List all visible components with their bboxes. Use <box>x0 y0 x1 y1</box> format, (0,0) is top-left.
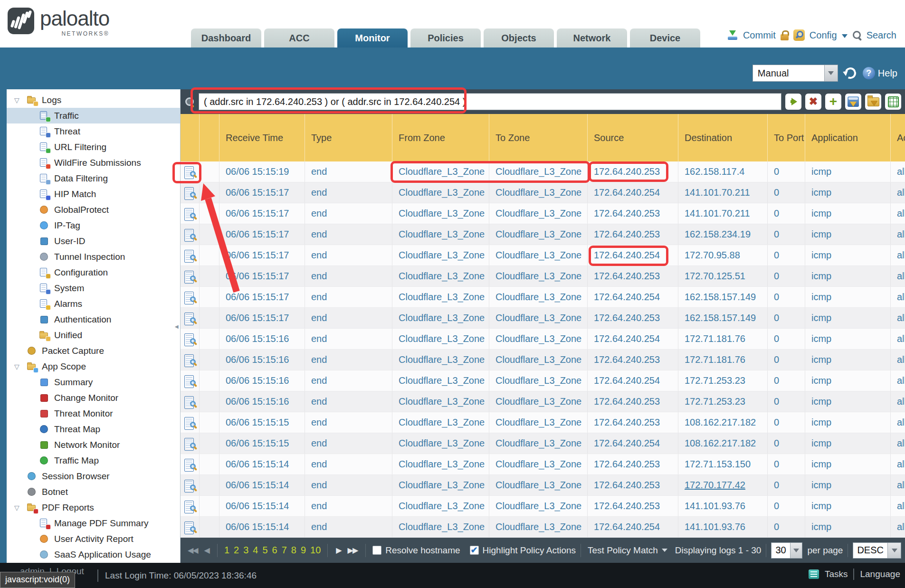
tab-policies[interactable]: Policies <box>410 28 481 47</box>
tab-device[interactable]: Device <box>630 28 700 47</box>
detail-cell[interactable] <box>181 350 200 370</box>
page-number-7[interactable]: 7 <box>282 545 287 556</box>
page-number-2[interactable]: 2 <box>234 545 239 556</box>
log-detail-icon[interactable] <box>184 208 196 220</box>
table-row[interactable]: 06/06 15:15:14endCloudflare_L3_ZoneCloud… <box>181 475 905 496</box>
tab-dashboard[interactable]: Dashboard <box>191 28 261 47</box>
page-number-9[interactable]: 9 <box>301 545 306 556</box>
detail-cell[interactable] <box>181 329 200 349</box>
tab-objects[interactable]: Objects <box>484 28 554 47</box>
table-row[interactable]: 06/06 15:15:17endCloudflare_L3_ZoneCloud… <box>181 203 905 224</box>
table-row[interactable]: 06/06 15:15:17endCloudflare_L3_ZoneCloud… <box>181 224 905 245</box>
sidebar-item-user-activity-report[interactable]: User Activity Report <box>7 531 180 547</box>
sidebar-item-traffic[interactable]: Traffic <box>7 108 180 123</box>
table-row[interactable]: 06/06 15:15:17endCloudflare_L3_ZoneCloud… <box>181 182 905 203</box>
help-label[interactable]: Help <box>878 68 897 79</box>
detail-cell[interactable] <box>181 370 200 391</box>
table-row[interactable]: 06/06 15:15:17endCloudflare_L3_ZoneCloud… <box>181 266 905 287</box>
page-number-8[interactable]: 8 <box>291 545 296 556</box>
sidebar-item-wildfire-submissions[interactable]: WildFire Submissions <box>7 155 180 171</box>
log-detail-icon[interactable] <box>184 187 196 199</box>
sidebar-item-system[interactable]: System <box>7 280 180 296</box>
log-detail-icon[interactable] <box>184 458 196 471</box>
column-header-type[interactable]: Type <box>305 114 392 161</box>
last-page-button[interactable]: ▶▶ <box>344 546 361 555</box>
sort-order-select[interactable]: DESC <box>853 542 901 559</box>
resolve-hostname-checkbox[interactable] <box>372 546 381 555</box>
commit-button[interactable]: Commit <box>743 30 776 41</box>
sidebar-item-alarms[interactable]: Alarms <box>7 296 180 312</box>
detail-cell[interactable] <box>181 245 200 266</box>
clear-filter-button[interactable]: ✖ <box>805 94 821 110</box>
detail-cell[interactable] <box>181 454 200 474</box>
detail-cell[interactable] <box>181 391 200 412</box>
cell-destination[interactable]: 172.70.177.42 <box>678 475 768 495</box>
first-page-button[interactable]: ◀◀ <box>184 546 201 555</box>
table-row[interactable]: 06/06 15:15:15endCloudflare_L3_ZoneCloud… <box>181 433 905 454</box>
column-header-application[interactable]: Application <box>805 114 891 161</box>
expand-caret-icon[interactable]: ▽ <box>14 504 27 512</box>
page-number-6[interactable]: 6 <box>272 545 277 556</box>
sort-order-dropdown-icon[interactable] <box>887 543 901 558</box>
tab-acc[interactable]: ACC <box>264 28 334 47</box>
sidebar-item-threat[interactable]: Threat <box>7 123 180 139</box>
sidebar-item-hip-match[interactable]: HIP Match <box>7 186 180 202</box>
sidebar-item-threat-monitor[interactable]: Threat Monitor <box>7 406 180 421</box>
log-detail-icon[interactable] <box>184 354 196 366</box>
sidebar-item-saas-application-usage[interactable]: SaaS Application Usage <box>7 547 180 562</box>
filter-builder-button[interactable] <box>845 94 861 110</box>
column-header-from-zone[interactable]: From Zone <box>392 114 489 161</box>
load-filter-button[interactable] <box>865 94 881 110</box>
detail-cell[interactable] <box>181 433 200 454</box>
per-page-dropdown-icon[interactable] <box>790 543 802 558</box>
language-link[interactable]: Language <box>860 569 900 579</box>
config-caret-icon[interactable] <box>842 34 848 38</box>
sidebar-item-tunnel-inspection[interactable]: Tunnel Inspection <box>7 249 180 265</box>
sidebar-item-app-scope[interactable]: ▽App Scope <box>7 359 180 374</box>
detail-cell[interactable] <box>181 475 200 495</box>
sidebar-item-user-id[interactable]: User-ID <box>7 233 180 249</box>
log-detail-icon[interactable] <box>184 166 196 178</box>
destination-link[interactable]: 172.70.177.42 <box>685 480 745 490</box>
table-row[interactable]: 06/06 15:15:14endCloudflare_L3_ZoneCloud… <box>181 517 905 538</box>
detail-cell[interactable] <box>181 224 200 245</box>
detail-cell[interactable] <box>181 412 200 433</box>
page-number-4[interactable]: 4 <box>253 545 258 556</box>
sidebar-item-manage-pdf-summary[interactable]: Manage PDF Summary <box>7 515 180 531</box>
sidebar-item-network-monitor[interactable]: Network Monitor <box>7 437 180 453</box>
prev-page-button[interactable]: ◀ <box>201 546 212 555</box>
sidebar-item-botnet[interactable]: Botnet <box>7 484 180 500</box>
refresh-icon[interactable] <box>843 66 857 81</box>
detail-cell[interactable] <box>181 161 200 182</box>
table-row[interactable]: 06/06 15:15:17endCloudflare_L3_ZoneCloud… <box>181 308 905 329</box>
table-row[interactable]: 06/06 15:15:14endCloudflare_L3_ZoneCloud… <box>181 454 905 475</box>
add-filter-button[interactable]: + <box>825 94 841 110</box>
sidebar-item-session-browser[interactable]: Session Browser <box>7 468 180 484</box>
log-detail-icon[interactable] <box>184 500 196 512</box>
test-policy-match-button[interactable]: Test Policy Match <box>588 545 667 556</box>
sidebar-item-ip-tag[interactable]: IP-Tag <box>7 218 180 233</box>
detail-cell[interactable] <box>181 182 200 203</box>
log-detail-icon[interactable] <box>184 521 196 533</box>
apply-filter-button[interactable] <box>785 94 801 110</box>
table-row[interactable]: 06/06 15:15:16endCloudflare_L3_ZoneCloud… <box>181 329 905 350</box>
sidebar-item-pdf-reports[interactable]: ▽PDF Reports <box>7 500 180 515</box>
sidebar-item-globalprotect[interactable]: GlobalProtect <box>7 202 180 218</box>
sidebar-item-summary[interactable]: Summary <box>7 374 180 390</box>
tasks-link[interactable]: Tasks <box>825 569 848 579</box>
log-detail-icon[interactable] <box>184 333 196 345</box>
table-row[interactable]: 06/06 15:15:17endCloudflare_L3_ZoneCloud… <box>181 287 905 308</box>
log-detail-icon[interactable] <box>184 479 196 492</box>
per-page-select[interactable]: 30 <box>771 542 802 559</box>
log-detail-icon[interactable] <box>184 249 196 262</box>
column-header-destination[interactable]: Destination <box>678 114 768 161</box>
log-detail-icon[interactable] <box>184 270 196 283</box>
table-row[interactable]: 06/06 15:15:16endCloudflare_L3_ZoneCloud… <box>181 370 905 391</box>
sidebar-item-unified[interactable]: Unified <box>7 327 180 343</box>
lock-icon[interactable] <box>781 34 789 40</box>
log-detail-icon[interactable] <box>184 312 196 324</box>
sidebar-item-data-filtering[interactable]: Data Filtering <box>7 171 180 186</box>
expand-caret-icon[interactable]: ▽ <box>14 363 27 370</box>
table-row[interactable]: 06/06 15:15:17endCloudflare_L3_ZoneCloud… <box>181 245 905 266</box>
sidebar-item-configuration[interactable]: Configuration <box>7 265 180 280</box>
